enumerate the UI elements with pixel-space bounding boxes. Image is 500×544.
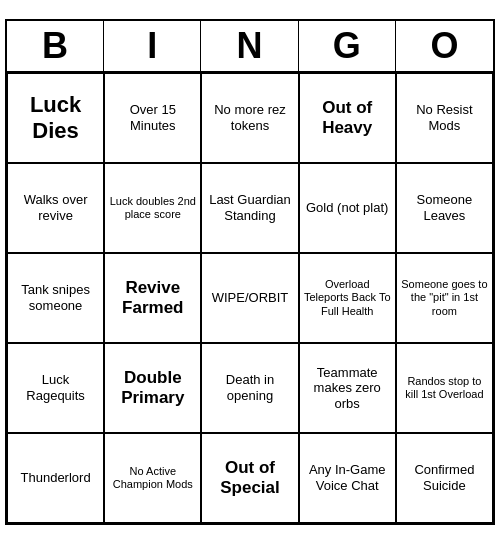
- bingo-cell-16: Double Primary: [104, 343, 201, 433]
- bingo-cell-15: Luck Ragequits: [7, 343, 104, 433]
- bingo-cell-14: Someone goes to the "pit" in 1st room: [396, 253, 493, 343]
- bingo-cell-18: Teammate makes zero orbs: [299, 343, 396, 433]
- bingo-letter-i: I: [104, 21, 201, 71]
- bingo-cell-20: Thunderlord: [7, 433, 104, 523]
- bingo-cell-22: Out of Special: [201, 433, 298, 523]
- bingo-cell-12: WIPE/ORBIT: [201, 253, 298, 343]
- bingo-cell-9: Someone Leaves: [396, 163, 493, 253]
- bingo-cell-19: Randos stop to kill 1st Overload: [396, 343, 493, 433]
- bingo-header: BINGO: [7, 21, 493, 73]
- bingo-cell-5: Walks over revive: [7, 163, 104, 253]
- bingo-cell-2: No more rez tokens: [201, 73, 298, 163]
- bingo-cell-17: Death in opening: [201, 343, 298, 433]
- bingo-cell-3: Out of Heavy: [299, 73, 396, 163]
- bingo-letter-n: N: [201, 21, 298, 71]
- bingo-cell-11: Revive Farmed: [104, 253, 201, 343]
- bingo-card: BINGO Luck DiesOver 15 MinutesNo more re…: [5, 19, 495, 525]
- bingo-cell-4: No Resist Mods: [396, 73, 493, 163]
- bingo-cell-7: Last Guardian Standing: [201, 163, 298, 253]
- bingo-cell-6: Luck doubles 2nd place score: [104, 163, 201, 253]
- bingo-cell-1: Over 15 Minutes: [104, 73, 201, 163]
- bingo-cell-13: Overload Teleports Back To Full Health: [299, 253, 396, 343]
- bingo-cell-0: Luck Dies: [7, 73, 104, 163]
- bingo-letter-o: O: [396, 21, 493, 71]
- bingo-letter-g: G: [299, 21, 396, 71]
- bingo-cell-21: No Active Champion Mods: [104, 433, 201, 523]
- bingo-grid: Luck DiesOver 15 MinutesNo more rez toke…: [7, 73, 493, 523]
- bingo-cell-24: Confirmed Suicide: [396, 433, 493, 523]
- bingo-cell-23: Any In-Game Voice Chat: [299, 433, 396, 523]
- bingo-cell-8: Gold (not plat): [299, 163, 396, 253]
- bingo-cell-10: Tank snipes someone: [7, 253, 104, 343]
- bingo-letter-b: B: [7, 21, 104, 71]
